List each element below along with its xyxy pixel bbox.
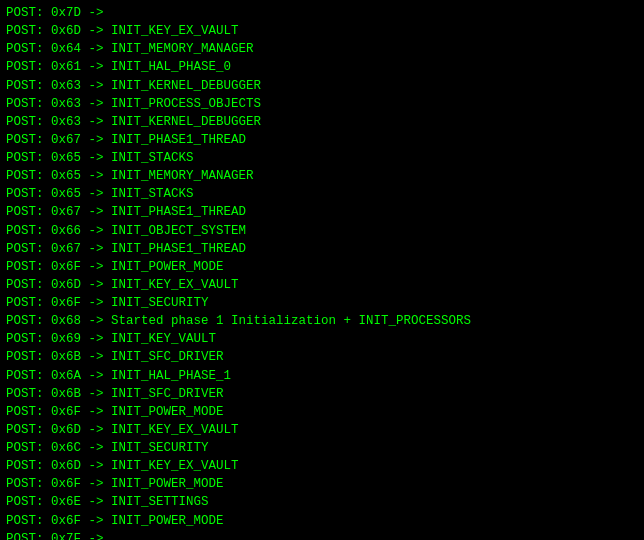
output-lines: POST: 0x7D ->POST: 0x6D -> INIT_KEY_EX_V… [6,4,638,540]
terminal-line: POST: 0x6D -> INIT_KEY_EX_VAULT [6,457,638,475]
terminal-line: POST: 0x6D -> INIT_KEY_EX_VAULT [6,276,638,294]
terminal-line: POST: 0x66 -> INIT_OBJECT_SYSTEM [6,222,638,240]
terminal-line: POST: 0x67 -> INIT_PHASE1_THREAD [6,203,638,221]
terminal-line: POST: 0x6D -> INIT_KEY_EX_VAULT [6,421,638,439]
terminal-line: POST: 0x6B -> INIT_SFC_DRIVER [6,348,638,366]
terminal-line: POST: 0x63 -> INIT_KERNEL_DEBUGGER [6,77,638,95]
terminal-line: POST: 0x6E -> INIT_SETTINGS [6,493,638,511]
terminal-line: POST: 0x68 -> Started phase 1 Initializa… [6,312,638,330]
terminal-line: POST: 0x63 -> INIT_KERNEL_DEBUGGER [6,113,638,131]
terminal-line: POST: 0x6A -> INIT_HAL_PHASE_1 [6,367,638,385]
terminal-line: POST: 0x6F -> INIT_POWER_MODE [6,475,638,493]
terminal-line: POST: 0x6F -> INIT_SECURITY [6,294,638,312]
terminal-line: POST: 0x65 -> INIT_MEMORY_MANAGER [6,167,638,185]
terminal-line: POST: 0x6C -> INIT_SECURITY [6,439,638,457]
terminal-line: POST: 0x61 -> INIT_HAL_PHASE_0 [6,58,638,76]
terminal-line: POST: 0x6B -> INIT_SFC_DRIVER [6,385,638,403]
terminal-line: POST: 0x7D -> [6,4,638,22]
terminal-line: POST: 0x6F -> INIT_POWER_MODE [6,512,638,530]
terminal-line: POST: 0x6D -> INIT_KEY_EX_VAULT [6,22,638,40]
terminal-line: POST: 0x7F -> [6,530,638,540]
terminal-line: POST: 0x63 -> INIT_PROCESS_OBJECTS [6,95,638,113]
terminal-line: POST: 0x6F -> INIT_POWER_MODE [6,403,638,421]
terminal-line: POST: 0x67 -> INIT_PHASE1_THREAD [6,240,638,258]
terminal-line: POST: 0x64 -> INIT_MEMORY_MANAGER [6,40,638,58]
terminal-line: POST: 0x65 -> INIT_STACKS [6,185,638,203]
terminal-line: POST: 0x67 -> INIT_PHASE1_THREAD [6,131,638,149]
terminal-line: POST: 0x65 -> INIT_STACKS [6,149,638,167]
terminal-line: POST: 0x6F -> INIT_POWER_MODE [6,258,638,276]
terminal-line: POST: 0x69 -> INIT_KEY_VAULT [6,330,638,348]
terminal-window: POST: 0x7D ->POST: 0x6D -> INIT_KEY_EX_V… [0,0,644,540]
